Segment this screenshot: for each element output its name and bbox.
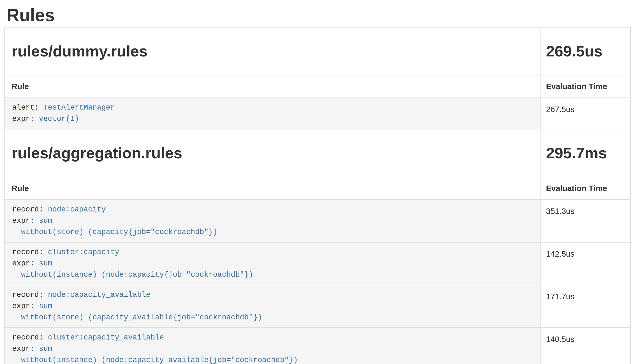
rule-link[interactable]: without(store) (capacity_available{job="…: [12, 313, 262, 322]
evaluation-time-column-header: Evaluation Time: [541, 75, 631, 98]
column-header-row: RuleEvaluation Time: [5, 177, 631, 200]
rule-row: record: node:capacity_available expr: su…: [5, 285, 631, 328]
rule-definition-cell: record: node:capacity_available expr: su…: [5, 285, 541, 328]
rule-column-header: Rule: [5, 75, 541, 98]
rule-link[interactable]: vector(1): [39, 115, 79, 123]
rule-group-total-time-cell: 295.7ms: [541, 129, 631, 177]
evaluation-time-column-header: Evaluation Time: [541, 177, 631, 200]
rule-group-file-title: rules/dummy.rules: [12, 41, 534, 61]
rule-group-file-cell: rules/dummy.rules: [5, 27, 541, 75]
rule-keyword: expr:: [12, 115, 39, 123]
rule-group-total-time: 269.5us: [546, 41, 625, 61]
rule-group-total-time: 295.7ms: [546, 143, 625, 163]
rule-link[interactable]: sum: [39, 345, 52, 353]
rule-group-file-cell: rules/aggregation.rules: [5, 129, 541, 177]
rule-keyword: record:: [12, 333, 48, 342]
rules-page: Rules rules/dummy.rules269.5usRuleEvalua…: [4, 6, 631, 364]
rule-evaluation-time: 142.5us: [541, 242, 631, 285]
rule-row: record: node:capacity expr: sum without(…: [5, 200, 631, 242]
rule-keyword: record:: [12, 291, 48, 299]
rule-definition-cell: record: cluster:capacity_available expr:…: [5, 328, 541, 364]
rule-definition-cell: alert: TestAlertManager expr: vector(1): [5, 98, 541, 129]
rule-definition-code: record: node:capacity expr: sum without(…: [5, 200, 540, 242]
rule-link[interactable]: node:capacity: [48, 205, 106, 214]
rule-evaluation-time: 351.3us: [541, 200, 631, 242]
rule-evaluation-time: 267.5us: [541, 98, 631, 129]
rule-definition-cell: record: node:capacity expr: sum without(…: [5, 200, 541, 242]
rule-definition-code: record: cluster:capacity expr: sum witho…: [5, 243, 540, 285]
rule-link[interactable]: sum: [39, 302, 52, 310]
rule-keyword: expr:: [12, 259, 39, 268]
rule-keyword: expr:: [12, 345, 39, 353]
rule-group-header-row: rules/aggregation.rules295.7ms: [5, 129, 631, 177]
rule-link[interactable]: node:capacity_available: [48, 291, 151, 299]
page-title: Rules: [7, 6, 631, 24]
column-header-row: RuleEvaluation Time: [5, 75, 631, 98]
rule-keyword: record:: [12, 205, 48, 214]
rule-link[interactable]: cluster:capacity_available: [48, 333, 164, 342]
rule-link[interactable]: without(instance) (node:capacity{job="co…: [12, 271, 253, 279]
rule-keyword: expr:: [12, 302, 39, 310]
rule-definition-code: record: node:capacity_available expr: su…: [5, 285, 540, 327]
rule-definition-code: record: cluster:capacity_available expr:…: [5, 328, 540, 364]
rule-link[interactable]: without(instance) (node:capacity_availab…: [12, 356, 298, 364]
rule-link[interactable]: cluster:capacity: [48, 248, 119, 256]
rule-row: record: cluster:capacity_available expr:…: [5, 328, 631, 364]
rule-group-file-title: rules/aggregation.rules: [12, 143, 534, 163]
rule-row: record: cluster:capacity expr: sum witho…: [5, 242, 631, 285]
rule-row: alert: TestAlertManager expr: vector(1)2…: [5, 98, 631, 129]
rule-definition-cell: record: cluster:capacity expr: sum witho…: [5, 242, 541, 285]
rule-link[interactable]: sum: [39, 217, 52, 225]
rule-keyword: alert:: [12, 104, 43, 112]
rules-table: rules/dummy.rules269.5usRuleEvaluation T…: [4, 27, 631, 364]
rule-evaluation-time: 140.5us: [541, 328, 631, 364]
rule-evaluation-time: 171.7us: [541, 285, 631, 328]
rule-link[interactable]: sum: [39, 259, 52, 268]
rule-column-header: Rule: [5, 177, 541, 200]
rule-definition-code: alert: TestAlertManager expr: vector(1): [5, 98, 540, 129]
rule-group-total-time-cell: 269.5us: [541, 27, 631, 75]
rule-keyword: record:: [12, 248, 48, 256]
rule-link[interactable]: without(store) (capacity{job="cockroachd…: [12, 228, 217, 236]
rule-keyword: expr:: [12, 217, 39, 225]
rule-link[interactable]: TestAlertManager: [43, 104, 115, 112]
rule-group-header-row: rules/dummy.rules269.5us: [5, 27, 631, 75]
